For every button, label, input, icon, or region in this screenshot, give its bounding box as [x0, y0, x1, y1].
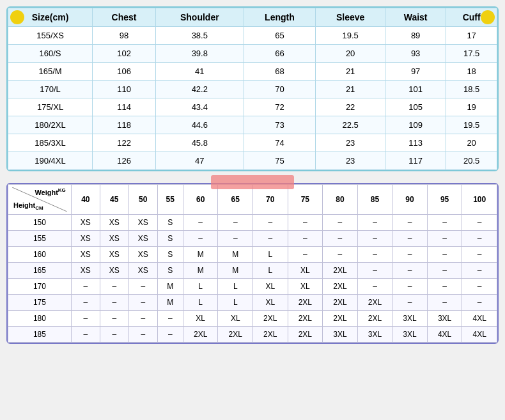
- size-cell-4-9: –: [357, 279, 392, 295]
- size-cell-7-0: –: [71, 327, 100, 343]
- size-cell-5-0: –: [71, 295, 100, 311]
- size-cell-2-7: –: [288, 247, 323, 263]
- size-cell-5-3: M: [157, 295, 183, 311]
- size-cell-5-11: –: [427, 295, 462, 311]
- size-cell-5-12: –: [462, 295, 497, 311]
- top-cell-1-6: 17.5: [446, 45, 497, 63]
- top-cell-4-4: 22: [316, 98, 385, 116]
- size-cell-3-10: –: [392, 263, 428, 279]
- size-cell-2-3: S: [157, 247, 183, 263]
- bottom-table-row: 175–––MLLXL2XL2XL2XL–––: [8, 295, 497, 311]
- weight-col-90: 90: [392, 185, 428, 215]
- top-cell-6-4: 23: [316, 134, 385, 152]
- size-cell-0-3: S: [157, 215, 183, 231]
- size-cell-4-3: M: [157, 279, 183, 295]
- top-table-row: 160/S10239.866209317.5: [8, 45, 497, 63]
- corner-decoration-tl: [10, 10, 24, 24]
- pink-highlight: [211, 175, 294, 189]
- bottom-table-row: 150XSXSXSS–––––––––: [8, 215, 497, 231]
- top-table-row: 190/4XL12647752311720.5: [8, 152, 497, 170]
- size-cell-1-4: –: [183, 231, 218, 247]
- size-cell-6-6: 2XL: [253, 311, 288, 327]
- size-cell-2-4: M: [183, 247, 218, 263]
- size-cell-6-5: XL: [218, 311, 253, 327]
- top-table-row: 175/XL11443.4722210519: [8, 98, 497, 116]
- top-cell-7-2: 47: [156, 152, 244, 170]
- size-cell-6-1: –: [100, 311, 128, 327]
- size-cell-5-4: L: [183, 295, 218, 311]
- size-cell-5-6: XL: [253, 295, 288, 311]
- size-cell-6-9: 2XL: [357, 311, 392, 327]
- size-cell-0-2: XS: [128, 215, 157, 231]
- top-cell-1-3: 66: [244, 45, 316, 63]
- height-cell-2: 160: [8, 247, 72, 263]
- size-cell-0-5: –: [218, 215, 253, 231]
- height-weight-header: WeightKG HeightCM: [8, 185, 72, 215]
- weight-col-45: 45: [100, 185, 128, 215]
- size-cell-1-0: XS: [71, 231, 100, 247]
- top-cell-1-2: 39.8: [156, 45, 244, 63]
- height-cell-1: 155: [8, 231, 72, 247]
- top-cell-5-2: 44.6: [156, 116, 244, 134]
- size-cell-1-11: –: [427, 231, 462, 247]
- top-cell-7-0: 190/4XL: [8, 152, 93, 170]
- top-cell-6-2: 45.8: [156, 134, 244, 152]
- bottom-table-row: 170–––MLLXLXL2XL––––: [8, 279, 497, 295]
- top-cell-5-4: 22.5: [316, 116, 385, 134]
- size-cell-3-11: –: [427, 263, 462, 279]
- size-cell-2-12: –: [462, 247, 497, 263]
- top-cell-6-6: 20: [446, 134, 497, 152]
- corner-decoration-tr: [481, 10, 495, 24]
- size-cell-3-5: M: [218, 263, 253, 279]
- top-cell-4-3: 72: [244, 98, 316, 116]
- bottom-size-chart: WeightKG HeightCM 4045505560657075808590…: [6, 183, 499, 344]
- top-cell-3-4: 21: [316, 81, 385, 98]
- size-cell-1-9: –: [357, 231, 392, 247]
- size-cell-2-5: M: [218, 247, 253, 263]
- top-cell-2-4: 21: [316, 63, 385, 81]
- size-cell-1-12: –: [462, 231, 497, 247]
- top-cell-0-4: 19.5: [316, 27, 385, 45]
- top-cell-2-1: 106: [93, 63, 156, 81]
- top-cell-4-0: 175/XL: [8, 98, 93, 116]
- size-cell-3-9: –: [357, 263, 392, 279]
- top-cell-4-2: 43.4: [156, 98, 244, 116]
- top-cell-5-3: 73: [244, 116, 316, 134]
- size-cell-3-7: XL: [288, 263, 323, 279]
- top-col-header-4: Sleeve: [316, 8, 385, 27]
- size-cell-4-4: L: [183, 279, 218, 295]
- top-cell-3-1: 110: [93, 81, 156, 98]
- size-cell-5-1: –: [100, 295, 128, 311]
- top-cell-3-2: 42.2: [156, 81, 244, 98]
- size-cell-0-8: –: [323, 215, 358, 231]
- top-cell-0-5: 89: [385, 27, 446, 45]
- weight-label: WeightKG: [35, 189, 65, 196]
- size-cell-6-11: 3XL: [427, 311, 462, 327]
- size-cell-6-2: –: [128, 311, 157, 327]
- size-cell-2-2: XS: [128, 247, 157, 263]
- top-cell-6-3: 74: [244, 134, 316, 152]
- size-cell-5-9: 2XL: [357, 295, 392, 311]
- top-cell-1-4: 20: [316, 45, 385, 63]
- size-cell-0-11: –: [427, 215, 462, 231]
- size-cell-7-1: –: [100, 327, 128, 343]
- top-cell-2-3: 68: [244, 63, 316, 81]
- size-cell-3-12: –: [462, 263, 497, 279]
- size-cell-2-10: –: [392, 247, 428, 263]
- top-cell-2-6: 18: [446, 63, 497, 81]
- size-cell-7-5: 2XL: [218, 327, 253, 343]
- top-col-header-5: Waist: [385, 8, 446, 27]
- weight-col-95: 95: [427, 185, 462, 215]
- size-cell-6-10: 3XL: [392, 311, 428, 327]
- height-cell-5: 175: [8, 295, 72, 311]
- height-cell-7: 185: [8, 327, 72, 343]
- top-cell-3-3: 70: [244, 81, 316, 98]
- size-cell-7-9: 3XL: [357, 327, 392, 343]
- size-cell-5-5: L: [218, 295, 253, 311]
- weight-col-50: 50: [128, 185, 157, 215]
- size-cell-2-11: –: [427, 247, 462, 263]
- bottom-table-row: 185––––2XL2XL2XL2XL3XL3XL3XL4XL4XL: [8, 327, 497, 343]
- size-cell-4-11: –: [427, 279, 462, 295]
- size-cell-4-6: XL: [253, 279, 288, 295]
- height-cell-3: 165: [8, 263, 72, 279]
